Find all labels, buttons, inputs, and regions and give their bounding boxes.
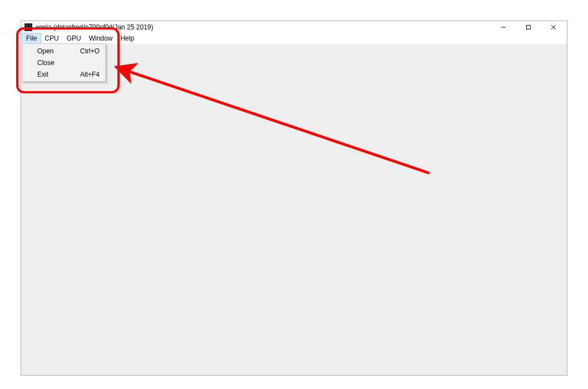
menu-label: Help [120,34,134,42]
menu-label: File [26,34,37,42]
menu-item-close[interactable]: Close [24,57,104,68]
menu-cpu[interactable]: CPU [41,33,62,43]
maximize-button[interactable] [516,21,541,33]
menu-item-exit[interactable]: Exit Alt+F4 [24,68,104,80]
close-button[interactable] [541,21,566,33]
menubar: File CPU GPU Window Help [21,33,567,43]
menu-item-shortcut: Alt+F4 [80,71,100,78]
svg-rect-3 [29,26,31,26]
menu-help[interactable]: Help [116,33,138,43]
window-title: xenia (detached/e700cf0d/Jan 25 2019) [36,23,491,31]
file-menu-dropdown: Open Ctrl+O Close Exit Alt+F4 [22,43,106,82]
menu-item-label: Close [37,59,100,67]
svg-rect-1 [25,24,32,29]
menu-gpu[interactable]: GPU [63,33,85,43]
svg-rect-2 [26,26,27,26]
minimize-button[interactable] [491,21,516,33]
menu-item-open[interactable]: Open Ctrl+O [24,45,104,57]
titlebar[interactable]: xenia (detached/e700cf0d/Jan 25 2019) [21,21,567,33]
app-icon [24,23,32,31]
menu-item-label: Exit [37,71,80,78]
svg-rect-5 [526,26,530,29]
window-controls [491,21,566,33]
menu-item-label: Open [37,47,80,55]
menu-item-shortcut: Ctrl+O [80,47,100,55]
menu-label: Window [89,34,113,42]
menu-label: CPU [45,34,58,42]
menu-window[interactable]: Window [85,33,117,43]
app-window: xenia (detached/e700cf0d/Jan 25 2019) Fi… [21,21,567,376]
client-area [21,44,567,375]
menu-file[interactable]: File [22,33,41,43]
menu-label: GPU [67,34,81,42]
